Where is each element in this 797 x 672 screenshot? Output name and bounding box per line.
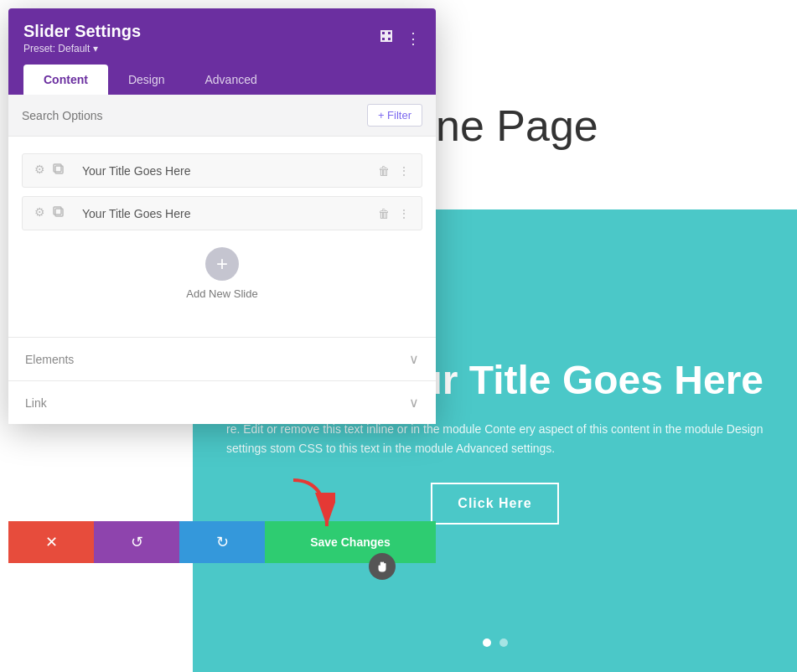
more-icon[interactable]: ⋮: [406, 29, 421, 48]
panel-header-top: Slider Settings Preset: Default ▾ ⋮: [23, 22, 421, 54]
link-section[interactable]: Link ∨: [8, 380, 436, 424]
slide-item-actions-2: 🗑 ⋮: [378, 207, 410, 220]
svg-rect-0: [381, 31, 386, 35]
copy-icon[interactable]: [52, 163, 65, 178]
slide-preview-button[interactable]: Click Here: [431, 483, 558, 525]
redo-button[interactable]: ↻: [179, 521, 265, 563]
page-title: ne Page: [436, 101, 598, 151]
svg-rect-2: [381, 37, 386, 41]
more-icon-2[interactable]: ⋮: [398, 207, 410, 220]
add-slide-button[interactable]: +: [205, 247, 239, 281]
svg-rect-1: [387, 31, 391, 35]
slide-item-controls-2: ⚙: [34, 205, 65, 221]
slides-list: ⚙ Your Title Goes Here 🗑 ⋮: [8, 137, 436, 337]
tab-content[interactable]: Content: [23, 65, 108, 95]
panel-header-icons: ⋮: [379, 28, 421, 48]
panel-preset[interactable]: Preset: Default ▾: [23, 43, 141, 54]
settings-icon-2[interactable]: ⚙: [34, 205, 45, 221]
filter-button[interactable]: + Filter: [367, 104, 422, 127]
copy-icon-2[interactable]: [52, 205, 65, 221]
link-label: Link: [25, 396, 47, 410]
undo-button[interactable]: ↺: [94, 521, 179, 563]
close-button[interactable]: ✕: [8, 521, 94, 563]
slide-dots: [483, 638, 508, 647]
panel-title-area: Slider Settings Preset: Default ▾: [23, 22, 141, 54]
tab-design[interactable]: Design: [108, 65, 185, 95]
add-slide-label: Add New Slide: [186, 287, 257, 300]
panel-tabs: Content Design Advanced: [23, 65, 421, 95]
slide-preview-body: re. Edit or remove this text inline or i…: [226, 420, 763, 457]
expand-icon[interactable]: [379, 28, 394, 48]
delete-icon-1[interactable]: 🗑: [378, 164, 390, 178]
settings-icon[interactable]: ⚙: [34, 163, 45, 178]
cursor-hand: [369, 553, 396, 580]
slide-item-title-1: Your Title Goes Here: [82, 164, 370, 178]
elements-chevron-icon: ∨: [409, 351, 419, 367]
svg-rect-3: [387, 37, 391, 41]
elements-section[interactable]: Elements ∨: [8, 337, 436, 380]
slide-item-title-2: Your Title Goes Here: [82, 207, 370, 220]
arrow-indicator: [277, 472, 335, 542]
panel-body: + Filter ⚙ Your Title Goes Here 🗑: [8, 95, 436, 424]
elements-label: Elements: [25, 353, 74, 366]
preset-chevron-icon: ▾: [93, 43, 98, 54]
add-slide-area: + Add New Slide: [22, 239, 422, 320]
tab-advanced[interactable]: Advanced: [184, 65, 277, 95]
panel-header: Slider Settings Preset: Default ▾ ⋮: [8, 8, 436, 95]
search-input[interactable]: [22, 109, 367, 122]
link-chevron-icon: ∨: [409, 395, 419, 411]
more-icon-1[interactable]: ⋮: [398, 164, 410, 178]
settings-panel: Slider Settings Preset: Default ▾ ⋮: [8, 8, 436, 424]
search-bar: + Filter: [8, 95, 436, 137]
slide-dot-1[interactable]: [483, 638, 491, 647]
slide-item-controls: ⚙: [34, 163, 65, 178]
table-row: ⚙ Your Title Goes Here 🗑 ⋮: [22, 153, 422, 188]
slide-item-actions-1: 🗑 ⋮: [378, 164, 410, 178]
panel-title: Slider Settings: [23, 22, 141, 41]
delete-icon-2[interactable]: 🗑: [378, 207, 390, 220]
table-row: ⚙ Your Title Goes Here 🗑 ⋮: [22, 196, 422, 230]
slide-dot-2[interactable]: [499, 638, 508, 647]
